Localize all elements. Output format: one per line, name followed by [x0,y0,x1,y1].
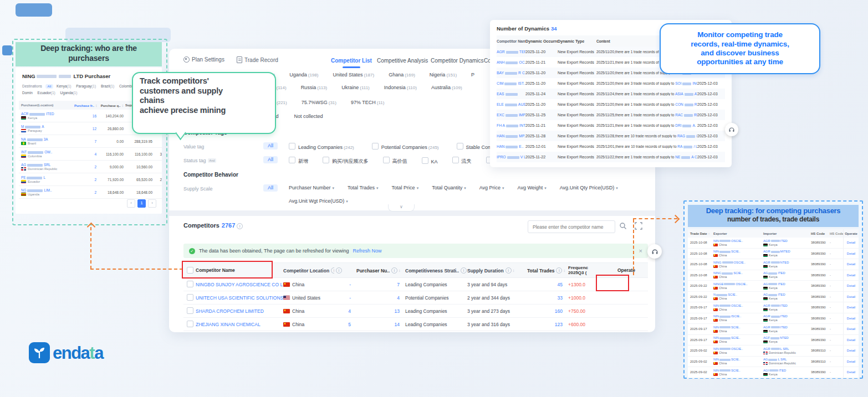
status-tag-checkbox[interactable]: 流失 [452,157,472,165]
dynamic-competitor-name[interactable]: ELEAUS.. [497,102,525,106]
competitor-name-link[interactable]: UNITECH USA SCIENTIFIC SOLUTIONS [196,295,283,301]
dynamic-row[interactable]: HANMP.. 2025-11-28 New Export Records 20… [497,131,725,141]
checkbox-icon[interactable] [289,143,295,149]
exporter-name-link[interactable]: NINSCIE.. [713,358,761,361]
importer-name-link[interactable]: AGITED [763,282,809,286]
status-tag-checkbox[interactable]: 购买/供应频次多 [323,157,369,165]
dynamic-competitor-name[interactable]: EXCIMP.. [497,113,525,117]
purchaser-name-link[interactable]: ACRITED [21,112,74,116]
supplier-filter-option[interactable]: 75.7%WSG(31) [302,100,336,105]
importer-name-link[interactable]: AGFNTED [763,336,809,339]
purchaser-name-link[interactable]: MA [21,125,74,128]
tab-competitive-analysis[interactable]: Competitive Analysis [377,58,428,64]
trade-row[interactable]: 2025-09-22 NINGEOSCIE.. China AGITED Ken… [688,281,859,292]
col-supply-duration[interactable]: Supply Duration↕ [467,267,527,274]
detail-link[interactable]: Detail [843,292,859,302]
dynamic-competitor-name[interactable]: FH AINT.. [497,123,525,127]
purchaser-name-link[interactable]: INTOW.. [21,150,74,154]
row-checkbox[interactable] [187,294,193,301]
dynamic-competitor-name[interactable]: ANHOC.. [497,60,525,64]
checkbox-icon[interactable] [323,157,329,163]
country-filter-option[interactable]: Uganda(198) [289,72,318,78]
importer-name-link[interactable]: AGRITED [763,239,809,243]
supply-scale-all-chip[interactable]: All [263,184,278,192]
exporter-name-link[interactable]: NSCIE.. [713,293,761,296]
detail-link[interactable]: Detail [843,357,859,367]
detail-link[interactable]: Detail [843,259,859,270]
detail-link[interactable]: Detail [843,281,859,291]
value-tag-checkbox[interactable]: Leading Companies(242) [289,143,354,150]
exporter-name-link[interactable]: NINCSCIE.. [713,271,761,275]
country-filter-option[interactable]: United States(187) [333,72,374,78]
trade-row[interactable]: 2025-09-02 NINSCIE.. China AGL SRL Domin… [688,357,859,368]
page-next-button[interactable]: › [148,199,156,208]
trade-record-button[interactable]: Trade Record [237,56,278,63]
importer-name-link[interactable]: AGRMITED [763,250,809,253]
trade-row[interactable]: 2025-09-17 NINOSCIE.. China AGRITED Keny… [688,302,859,313]
importer-name-link[interactable]: AGRITED [763,304,809,307]
metric-dropdown[interactable]: Avg Price [479,185,504,190]
detail-link[interactable]: Detail [843,324,859,334]
row-checkbox[interactable] [187,307,193,314]
dynamic-row[interactable]: FH AINT.. 2025-11-21 New Export Records … [497,120,725,131]
country-filter-option[interactable]: Indonesia(110) [384,85,417,90]
trade-row[interactable]: 2025-09-02 NINSCIE.. China AGIITED Kenya… [688,367,859,378]
dynamic-competitor-name[interactable]: HANMP.. [497,134,525,138]
exporter-name-link[interactable]: NINOSCIE.. [713,347,761,350]
checkbox-icon[interactable] [372,143,379,149]
destination-option[interactable]: Domin [22,91,33,95]
status-tag-all-chip[interactable]: All [263,156,278,163]
exporter-name-link[interactable]: NINSCIE.. [713,326,761,329]
importer-name-link[interactable]: AGRITED [763,326,809,329]
plan-settings-button[interactable]: Plan Settings [183,56,224,63]
checkbox-icon[interactable] [457,143,463,149]
trade-row[interactable]: 2025-10-08 NINCSCIE.. China AGITED Kenya… [688,270,859,281]
competitor-row[interactable]: SHARDA CROPCHEM LIMITED China 4 13 Leadi… [183,305,648,318]
competitor-search-input[interactable] [528,220,615,233]
exporter-name-link[interactable]: NINSCIE.. [713,250,761,253]
dynamic-row[interactable]: ELEAUS.. 2025-11-20 New Export Records 2… [497,99,725,110]
trade-row[interactable]: 2025-09-17 NINSCIE.. China AGFNTED Kenya… [688,335,859,346]
purchaser-row[interactable]: AGSRL Dominican Republic 2 9,000.00 10,5… [19,161,162,173]
importer-name-link[interactable]: AGIITED [763,369,809,372]
tab-competitor-dynamics[interactable]: Competitor Dynamics [431,58,484,64]
checkbox-icon[interactable] [422,157,428,164]
importer-name-link[interactable]: AGRNTED [763,261,809,264]
detail-link[interactable]: Detail [843,335,859,346]
purchaser-name-link[interactable]: AGSRL [21,163,74,167]
purchaser-row[interactable]: PEL Ecuador 2 71,920.00 65,520.00 276,60… [19,173,162,186]
dynamic-competitor-name[interactable]: CIMIST.. [497,81,525,85]
importer-name-link[interactable]: AGRL SRL [763,347,809,350]
dynamic-competitor-name[interactable]: AGRTER.. [497,50,525,54]
dynamic-row[interactable]: IPROV LL.. 2025-11-22 New Export Records… [497,152,725,162]
country-filter-option[interactable]: Australia(109) [431,85,462,90]
competitor-name-link[interactable]: SHARDA CROPCHEM LIMITED [196,308,283,314]
exporter-name-link[interactable]: NINSCIE.. [713,336,761,339]
country-filter-option[interactable]: Russia(113) [301,85,328,90]
exporter-name-link[interactable]: NINGOSCIE.. [713,261,761,264]
purchaser-number[interactable]: 14 [356,322,405,327]
status-tag-checkbox[interactable]: 新增 [289,157,308,165]
trade-row[interactable]: 2025-09-02 NINOSCIE.. China AGRL SRL Dom… [688,346,859,357]
competitor-row[interactable]: UNITECH USA SCIENTIFIC SOLUTIONS United … [183,291,648,305]
supplier-filter-option[interactable]: 97% TECH(11) [351,100,385,105]
country-filter-option[interactable]: Ukraine(111) [341,85,370,90]
metric-dropdown[interactable]: Total Trades [348,185,379,190]
purchaser-row[interactable]: NA3A Brazil 7 0.00 288,319.95 0.00 [19,135,162,148]
metric-dropdown[interactable]: Purchaser Number [289,185,334,190]
value-tag-checkbox[interactable]: Potential Companies(245) [372,143,439,150]
metric-dropdown[interactable]: Total Quantity [432,185,466,190]
purchaser-name-link[interactable]: PEL [21,176,74,179]
destination-option[interactable]: Brazil(1) [101,84,114,88]
collapse-filters-button[interactable]: ∨ [388,204,415,212]
dynamic-row[interactable]: HANE.. 2025-12-01 New Export Records 202… [497,141,725,152]
col-purchase-qty[interactable]: Purchase q..↕ [99,104,125,107]
destinations-all-chip[interactable]: All [45,84,54,89]
status-tag-checkbox[interactable]: 高价值 [383,157,407,165]
exporter-name-link[interactable]: NINGEOSCIE.. [713,282,761,286]
metric-dropdown[interactable]: Avg.Unit Qty Price(USD) [560,185,618,190]
dynamic-row[interactable]: CIMIST.. 2025-11-20 New Export Records 2… [497,78,725,89]
exporter-name-link[interactable]: NINOSCIE.. [713,304,761,307]
dynamic-competitor-name[interactable]: BAYR C.. [497,71,525,75]
exporter-name-link[interactable]: NINOSCIE.. [713,239,761,243]
